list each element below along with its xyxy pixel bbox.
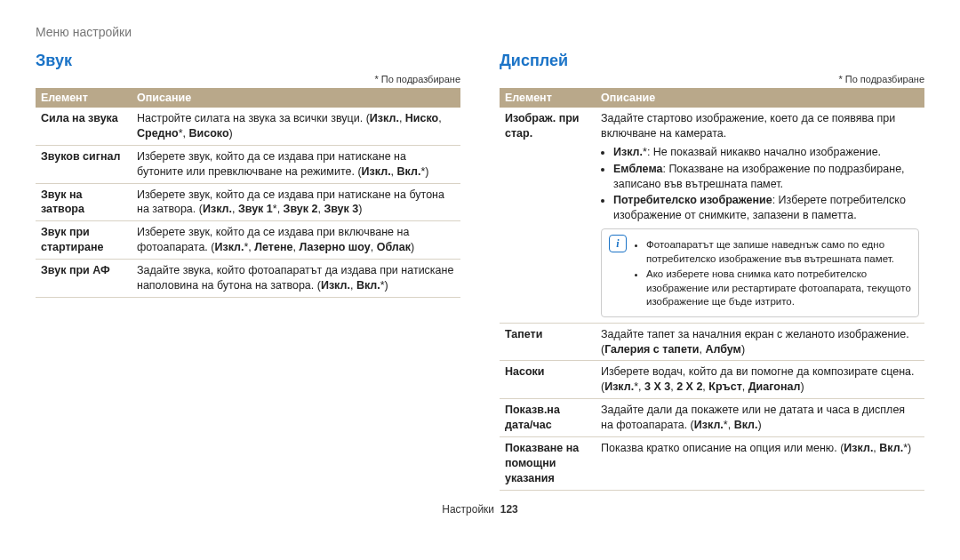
breadcrumb: Меню настройки	[36, 25, 924, 39]
display-header-element: Елемент	[500, 88, 596, 108]
row-label: Звук на затвора	[36, 183, 132, 221]
sound-header-description: Описание	[132, 88, 460, 108]
row-description: Изберете звук, който да се издава при вк…	[132, 221, 460, 260]
row-label: Сила на звука	[36, 108, 132, 145]
table-row: Звуков сигналИзберете звук, който да се …	[36, 145, 460, 183]
table-row: Звук при стартиранеИзберете звук, който …	[36, 221, 460, 260]
row-label: Показване на помощни указания	[500, 436, 596, 490]
sound-heading: Звук	[36, 52, 460, 70]
footer-section: Настройки	[442, 503, 494, 516]
sound-column: Звук * По подразбиране Елемент Описание …	[36, 52, 460, 491]
footer-page-number: 123	[500, 503, 518, 516]
row-label: Звук при АФ	[36, 260, 132, 298]
row-description: Задайте стартово изображение, което да с…	[596, 108, 924, 323]
row-description: Изберете звук, който да се издава при на…	[132, 145, 460, 183]
row-description: Задайте дали да покажете или не датата и…	[596, 399, 924, 437]
sound-table: Елемент Описание Сила на звукаНастройте …	[36, 88, 460, 298]
row-label: Тапети	[500, 323, 596, 361]
page-footer: Настройки 123	[36, 491, 924, 528]
row-description: Задайте звука, който фотоапаратът да изд…	[132, 260, 460, 298]
info-note: iФотоапаратът ще запише наведнъж само по…	[601, 228, 919, 317]
table-row: Звук при АФЗадайте звука, който фотоапар…	[36, 260, 460, 298]
sound-header-element: Елемент	[36, 88, 132, 108]
table-row: ТапетиЗадайте тапет за началния екран с …	[500, 323, 924, 361]
table-row: Сила на звукаНастройте силата на звука з…	[36, 108, 460, 145]
table-row: Изображ. при стар.Задайте стартово изобр…	[500, 108, 924, 323]
row-label: Изображ. при стар.	[500, 108, 596, 323]
display-heading: Дисплей	[500, 52, 924, 70]
row-label: Звуков сигнал	[36, 145, 132, 183]
row-label: Показв.на дата/час	[500, 399, 596, 437]
table-row: НасокиИзберете водач, който да ви помогн…	[500, 361, 924, 399]
default-note: * По подразбиране	[36, 74, 460, 84]
table-row: Показв.на дата/часЗадайте дали да покаже…	[500, 399, 924, 437]
info-icon: i	[609, 235, 627, 252]
row-description: Задайте тапет за началния екран с желано…	[596, 323, 924, 361]
table-row: Звук на затвораИзберете звук, който да с…	[36, 183, 460, 221]
row-label: Насоки	[500, 361, 596, 399]
display-table: Елемент Описание Изображ. при стар.Задай…	[500, 88, 924, 491]
row-description: Изберете водач, който да ви помогне да к…	[596, 361, 924, 399]
default-note: * По подразбиране	[500, 74, 924, 84]
row-description: Изберете звук, който да се издава при на…	[132, 183, 460, 221]
row-label: Звук при стартиране	[36, 221, 132, 260]
row-description: Показва кратко описание на опция или мен…	[596, 436, 924, 490]
row-description: Настройте силата на звука за всички звуц…	[132, 108, 460, 145]
display-header-description: Описание	[596, 88, 924, 108]
table-row: Показване на помощни указанияПоказва кра…	[500, 436, 924, 490]
display-column: Дисплей * По подразбиране Елемент Описан…	[500, 52, 924, 491]
